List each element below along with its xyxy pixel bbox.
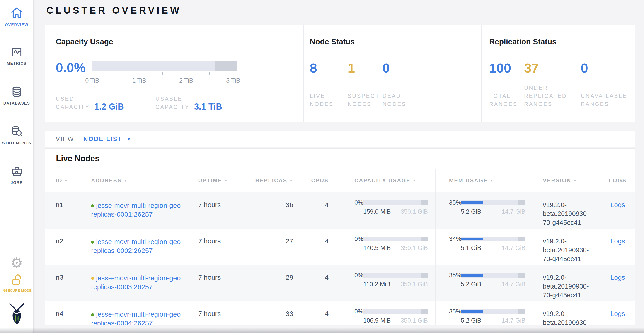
used-capacity-label: USED CAPACITY [56, 95, 90, 111]
stat-total-ranges: 100 TOTAL RANGES [489, 61, 524, 108]
view-bar: VIEW: NODE LIST ▼ [45, 131, 635, 147]
tick-label: 2 TiB [179, 77, 193, 84]
column-header-address[interactable]: ADDRESS▼ [80, 169, 188, 192]
insecure-mode-indicator[interactable]: INSECURE MODE [0, 273, 33, 292]
cell-uptime: 7 hours [188, 265, 242, 301]
stat-value: 100 [489, 61, 524, 75]
cluster-summary-card: Capacity Usage 0.0% [45, 25, 635, 122]
capacity-usage-bar [363, 309, 428, 314]
column-header-uptime[interactable]: UPTIME▼ [188, 169, 242, 192]
cockroachdb-logo[interactable] [0, 303, 33, 326]
used-capacity-value: 1.2 GiB [94, 102, 124, 111]
sort-arrow-icon: ▼ [124, 179, 128, 182]
sidebar-item-metrics[interactable]: METRICS [0, 45, 33, 66]
cell-capacity-usage: 0% 159.0 MiB350.1 GiB [338, 192, 435, 229]
insecure-mode-label: INSECURE MODE [0, 288, 33, 292]
column-header-replicas[interactable]: REPLICAS▼ [242, 169, 302, 192]
replication-status-section: Replication Status 100 TOTAL RANGES 37 [481, 26, 635, 122]
home-icon [0, 6, 33, 20]
stat-label: SUSPECT NODES [348, 92, 382, 108]
sidebar-item-overview[interactable]: OVERVIEW [0, 6, 33, 27]
cell-capacity-usage: 0% 106.9 MiB350.1 GiB [338, 301, 435, 325]
stat-unavailable-ranges: 0 UNAVAILABLE RANGES [581, 61, 627, 108]
cell-cpus: 4 [302, 229, 338, 265]
gear-icon: ⚙ [0, 256, 33, 270]
cluster-overview-page: OVERVIEW METRICS DATABASES [0, 0, 644, 333]
node-address-link[interactable]: jesse-movr-multi-region-georeplicas-0002… [91, 238, 180, 254]
node-status-title: Node Status [310, 36, 481, 47]
column-header-capacity-usage[interactable]: CAPACITY USAGE▼ [338, 169, 435, 192]
cell-logs: Logs [600, 265, 635, 301]
replication-status-title: Replication Status [489, 36, 635, 47]
sort-arrow-icon: ▼ [289, 179, 293, 182]
sidebar-item-label: JOBS [0, 181, 33, 185]
stat-label: UNAVAILABLE RANGES [581, 92, 627, 108]
sort-arrow-icon: ▼ [224, 179, 228, 182]
cell-uptime: 7 hours [188, 301, 242, 325]
sidebar-item-label: STATEMENTS [0, 141, 33, 145]
node-address-link[interactable]: jesse-movr-multi-region-georeplicas-0004… [91, 310, 180, 325]
settings-button[interactable]: ⚙ [0, 256, 33, 270]
sidebar-item-databases[interactable]: DATABASES [0, 85, 33, 106]
cell-version: v19.2.0-beta.20190930- [534, 301, 600, 325]
mem-usage-bar [461, 273, 526, 278]
sidebar-item-jobs[interactable]: JOBS [0, 165, 33, 185]
cell-mem-usage: 35% 5.2 GiB14.7 GiB [435, 301, 534, 325]
column-header-id[interactable]: ID▼ [45, 169, 80, 192]
cell-logs: Logs [600, 192, 635, 229]
cell-logs: Logs [600, 301, 635, 325]
cell-mem-usage: 34% 5.1 GiB14.7 GiB [435, 229, 534, 265]
stat-suspect-nodes: 1 SUSPECT NODES [348, 61, 382, 108]
column-header-mem-usage[interactable]: MEM USAGE▼ [435, 169, 534, 192]
mem-usage-bar [461, 237, 526, 241]
statements-icon [0, 125, 33, 138]
cell-address: jesse-movr-multi-region-georeplicas-0001… [80, 192, 188, 229]
live-nodes-title: Live Nodes [56, 154, 635, 163]
capacity-usage-bar [363, 200, 428, 205]
stat-label: DEAD NODES [382, 92, 406, 108]
capacity-usage-bar [363, 237, 428, 241]
node-status-dot [91, 204, 94, 207]
unlocked-padlock-icon [0, 273, 33, 286]
capacity-gauge-bar [92, 62, 237, 71]
table-row: n2 jesse-movr-multi-region-georeplicas-0… [45, 229, 635, 265]
column-header-cpus: CPUS [302, 169, 338, 192]
logs-link[interactable]: Logs [610, 201, 625, 208]
logs-link[interactable]: Logs [610, 237, 625, 245]
cell-address: jesse-movr-multi-region-georeplicas-0004… [80, 301, 188, 325]
usable-capacity-value: 3.1 TiB [194, 102, 222, 111]
cell-replicas: 36 [242, 192, 302, 229]
cell-replicas: 29 [242, 265, 302, 301]
view-label: VIEW: [56, 136, 76, 143]
node-address-link[interactable]: jesse-movr-multi-region-georeplicas-0001… [91, 202, 180, 218]
cell-cpus: 4 [302, 265, 338, 301]
sidebar: OVERVIEW METRICS DATABASES [0, 0, 34, 333]
view-dropdown[interactable]: NODE LIST ▼ [84, 136, 131, 143]
chevron-down-icon: ▼ [127, 137, 131, 142]
capacity-gauge-ticks [92, 72, 233, 75]
stat-label: LIVE NODES [310, 92, 348, 108]
cell-capacity-usage: 0% 140.5 MiB350.1 GiB [338, 229, 435, 265]
cell-uptime: 7 hours [188, 229, 242, 265]
stat-value: 0 [382, 61, 406, 75]
cell-address: jesse-movr-multi-region-georeplicas-0002… [80, 229, 188, 265]
stat-value: 1 [348, 61, 382, 75]
cell-logs: Logs [600, 229, 635, 265]
database-icon [0, 85, 33, 98]
sort-arrow-icon: ▼ [573, 179, 577, 182]
stat-value: 8 [310, 61, 348, 75]
cell-node-id: n1 [45, 192, 80, 229]
column-header-version[interactable]: VERSION▼ [534, 169, 600, 192]
sidebar-item-statements[interactable]: STATEMENTS [0, 125, 33, 145]
stat-label: TOTAL RANGES [489, 92, 524, 108]
cell-mem-usage: 35% 5.2 GiB14.7 GiB [435, 265, 534, 301]
capacity-usage-bar [363, 273, 428, 278]
capacity-gauge: 0 TiB 1 TiB 2 TiB 3 TiB [92, 61, 237, 84]
node-address-link[interactable]: jesse-movr-multi-region-georeplicas-0003… [91, 274, 180, 290]
jobs-briefcase-icon [0, 165, 33, 178]
logs-link[interactable]: Logs [610, 310, 625, 317]
logs-link[interactable]: Logs [610, 273, 625, 281]
cell-version: v19.2.0-beta.20190930-70-g445ec41 [534, 265, 600, 301]
tick-label: 0 TiB [85, 77, 99, 84]
main-content: CLUSTER OVERVIEW Capacity Usage 0.0% [33, 0, 644, 333]
